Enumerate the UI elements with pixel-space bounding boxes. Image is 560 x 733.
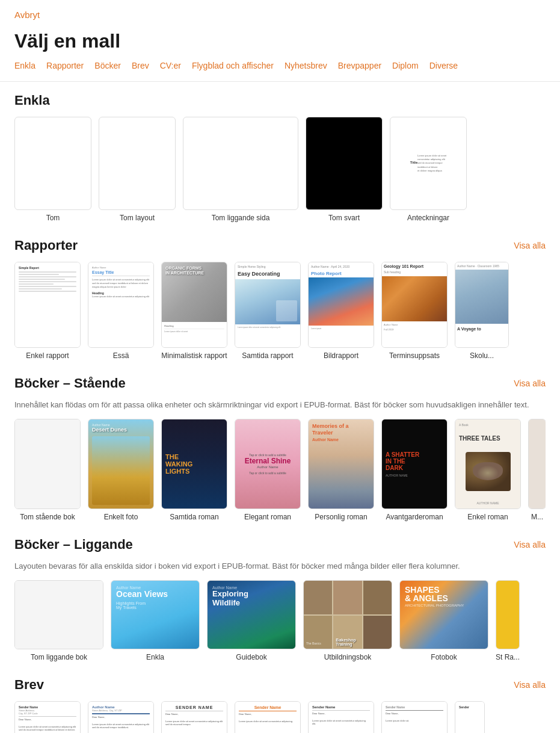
template-tom-liggande[interactable]: Tom liggande sida (183, 117, 298, 222)
template-enkelt-foto[interactable]: Author Name Desert Dunes Enkelt foto (88, 419, 154, 521)
tab-diverse[interactable]: Diverse (429, 60, 458, 72)
template-tom-layout[interactable]: Tom layout (99, 117, 176, 222)
template-stra[interactable]: St Ra... (496, 580, 520, 661)
samtida-body: Lorem ipsum dolor sit amet consectetur a… (235, 324, 300, 330)
template-terminsuppsats[interactable]: Geology 101 Report Sub heading Author Na… (381, 262, 448, 360)
template-more-book[interactable]: M... (528, 419, 546, 521)
l5-line (312, 710, 370, 711)
template-enkel-roman[interactable]: A Book THREE TALES AUTHOR NAME Enkel rom… (455, 419, 521, 521)
bild-header: Author Name · April 24, 2020 (309, 262, 374, 271)
tab-bocker[interactable]: Böcker (94, 60, 121, 72)
l4-line (239, 711, 297, 711)
view-all-brev[interactable]: Visa alla (514, 680, 546, 690)
bs-title: A SHATTERIN THEDARK (386, 451, 443, 471)
template-utbildningsbok[interactable]: Bakeshop Training The Basics Utbildnings… (303, 580, 392, 661)
bt-nest-img (466, 452, 511, 491)
template-thumb-tom-svart (306, 117, 383, 210)
rapporter-template-row: Simple Report Enkel rapport Author Nam (14, 262, 546, 360)
tab-brevpapper[interactable]: Brevpapper (338, 60, 381, 72)
template-minimalistisk[interactable]: ORGANIC FORMSIN ARCHITECTURE Heading Lor… (161, 262, 227, 360)
template-samtida[interactable]: Simple Home Styling Easy Decorating Lore… (235, 262, 301, 360)
template-letter-5[interactable]: Sender Name Dear Name,Lorem ipsum dolor … (308, 701, 374, 733)
guide-title: ExploringWildlife (212, 590, 291, 607)
lig-blank-content (15, 581, 103, 649)
template-tom-svart[interactable]: Tom svart (306, 117, 383, 222)
tab-rapporter[interactable]: Rapporter (46, 60, 84, 72)
bild-author: Author Name · April 24, 2020 (311, 265, 349, 268)
template-enkel-rapport[interactable]: Simple Report Enkel rapport (14, 262, 81, 360)
nav-tabs: Enkla Rapporter Böcker Brev CV:er Flygbl… (0, 60, 560, 82)
thumb-minimalistisk: ORGANIC FORMSIN ARCHITECTURE Heading Lor… (161, 262, 227, 348)
template-letter-6[interactable]: Sender Name Dear Name,Lorem ipsum dolor … (381, 701, 448, 733)
thumb-letter-3: SENDER NAME Dear Name,Lorem ipsum dolor … (161, 701, 227, 733)
template-personlig-roman[interactable]: Memories of a Traveler Author Name Perso… (308, 419, 374, 521)
template-tom-standebok[interactable]: Tom stående bok (14, 419, 81, 521)
template-tom-liggandebok[interactable]: Tom liggande bok (14, 580, 103, 661)
label-tom-liggandebok: Tom liggande bok (31, 653, 87, 661)
label-samtida: Samtida rapport (242, 351, 293, 360)
template-fotobok[interactable]: SHAPES& ANGLES ARCHITECTURAL PHOTOGRAPHY… (399, 580, 488, 661)
template-guidebok[interactable]: Author Name ExploringWildlife Guidebok (207, 580, 296, 661)
thumb-samtida-roman: THEWAKINGLIGHTS (161, 419, 227, 509)
bild-img (309, 277, 374, 326)
bake-cell-5: Bakeshop Training (333, 616, 362, 649)
template-elegant-roman[interactable]: Tap or click to add a subtitle Eternal S… (235, 419, 301, 521)
minima-img: ORGANIC FORMSIN ARCHITECTURE (162, 262, 227, 322)
bake-cell-3 (363, 581, 392, 614)
r-line-2 (19, 274, 59, 275)
template-letter-7[interactable]: Sender (455, 701, 485, 733)
tab-diplom[interactable]: Diplom (392, 60, 419, 72)
l3-line (165, 711, 223, 711)
section-header-liggande: Böcker – Liggande Visa alla (14, 537, 546, 552)
bm-author: Author Name (312, 438, 370, 442)
l7-sender: Sender (459, 705, 481, 709)
minima-headline: ORGANIC FORMSIN ARCHITECTURE (162, 262, 227, 280)
samtida-img (235, 279, 300, 324)
template-skolu[interactable]: Author Name · Classroom 1965 A Voyage to… (455, 262, 509, 360)
tab-nyhetsbrev[interactable]: Nyhetsbrev (285, 60, 327, 72)
template-bildrapport[interactable]: Author Name · April 24, 2020 Photo Repor… (308, 262, 374, 360)
bt-img-wrapper (459, 452, 517, 491)
template-letter-2[interactable]: Author Name Street Address, City, ST ZIP… (88, 701, 154, 733)
view-all-bocker[interactable]: Visa alla (514, 379, 546, 388)
l2-line (92, 713, 150, 714)
l2-body: Dear Name,Lorem ipsum dolor sit amet con… (92, 716, 150, 729)
bake-cell-6 (363, 616, 392, 649)
bake-cell-1 (304, 581, 332, 614)
section-header-rapporter: Rapporter Visa alla (14, 238, 546, 253)
l1-line (19, 716, 76, 717)
tab-brev[interactable]: Brev (132, 60, 149, 72)
skolu-wrapper: Author Name · Classroom 1965 A Voyage to (455, 262, 508, 347)
termin-author: Author Name (382, 321, 447, 328)
bildrapport-wrapper: Author Name · April 24, 2020 Photo Repor… (309, 262, 374, 347)
tab-flygblad[interactable]: Flygblad och affischer (192, 60, 274, 72)
termin-subtitle: Sub heading (382, 270, 447, 274)
template-essa[interactable]: Author Name Essay Title Lorem ipsum dolo… (88, 262, 154, 360)
label-tom-standebok: Tom stående bok (20, 513, 75, 521)
book-more-content (529, 419, 546, 509)
book-blank-content (15, 419, 80, 509)
template-letter-4[interactable]: Sender Name Dear Name,Lorem ipsum dolor … (235, 701, 301, 733)
label-bildrapport: Bildrapport (324, 351, 358, 360)
template-tom[interactable]: Tom (14, 117, 91, 222)
view-all-liggande[interactable]: Visa alla (514, 540, 546, 549)
thumb-avantgarderoman: A SHATTERIN THEDARK AUTHOR NAME (381, 419, 448, 509)
l6-sender: Sender Name (386, 705, 443, 709)
view-all-rapporter[interactable]: Visa alla (514, 241, 546, 250)
cancel-button[interactable]: Avbryt (14, 10, 40, 20)
tab-enkla[interactable]: Enkla (14, 60, 35, 72)
thumb-tom-standebok (14, 419, 81, 509)
template-avantgarderoman[interactable]: A SHATTERIN THEDARK AUTHOR NAME Avantgar… (381, 419, 448, 521)
template-samtida-roman[interactable]: THEWAKINGLIGHTS Samtida roman (161, 419, 227, 521)
r-line-8 (19, 288, 62, 289)
template-label-tom-svart: Tom svart (328, 214, 360, 222)
brev-template-row: Sender Name Street AddressCity, ST ZIP C… (14, 701, 546, 733)
template-letter-3[interactable]: SENDER NAME Dear Name,Lorem ipsum dolor … (161, 701, 227, 733)
tab-cver[interactable]: CV:er (160, 60, 181, 72)
template-enkla-liggande[interactable]: Author Name Ocean Views Highlights FromM… (111, 580, 200, 661)
template-letter-1[interactable]: Sender Name Street AddressCity, ST ZIP C… (14, 701, 81, 733)
template-anteckningar[interactable]: Title Lorem ipsum dolor sit amet consect… (390, 117, 467, 222)
bocker-template-row: Tom stående bok Author Name Desert Dunes… (14, 419, 546, 521)
label-personlig-roman: Personlig roman (315, 513, 367, 521)
template-label-anteckningar: Anteckningar (407, 214, 449, 222)
